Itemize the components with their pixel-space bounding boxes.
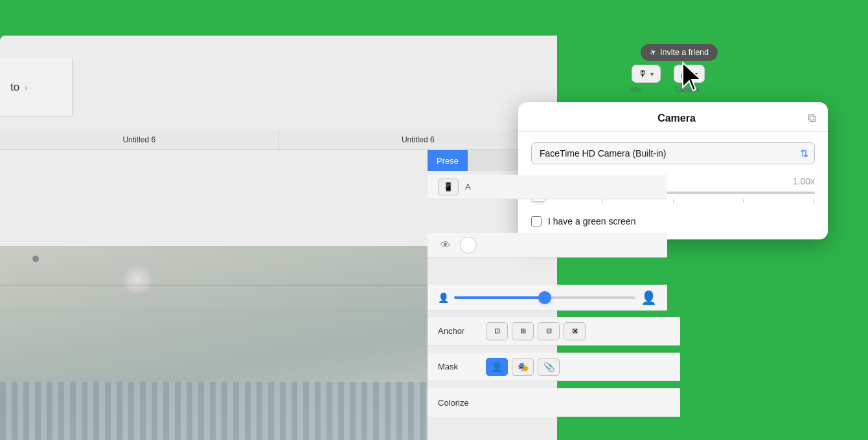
mask-icon-3[interactable]: 📎 (538, 358, 560, 376)
anchor-icon-3[interactable]: ⊟ (538, 322, 560, 340)
panel-row-1: 📱 A (428, 175, 667, 199)
presenter-button[interactable]: Prese (428, 150, 468, 171)
sidebar-nav: to › (0, 58, 73, 116)
camera-select[interactable]: FaceTime HD Camera (Built-in)Virtual Cam… (531, 142, 815, 164)
invite-label: Invite a friend (660, 48, 709, 57)
mic-control[interactable]: 🎙 ▾ (632, 65, 661, 83)
mic-dropdown-arrow: ▾ (650, 71, 654, 78)
anchor-row: Anchor ⊡ ⊞ ⊟ ⊠ (428, 317, 680, 346)
panel-eye-icon[interactable]: 👁 (438, 237, 453, 253)
colorize-row: Colorize (428, 388, 680, 417)
panel-icon-1[interactable]: 📱 (438, 179, 459, 195)
tab-bar: Untitled 6 Untitled 6 (0, 129, 557, 150)
popup-title: Camera (545, 113, 808, 124)
camera-popup: Camera ⧉ FaceTime HD Camera (Built-in)Vi… (518, 102, 828, 239)
zoom-value: 1.00x (793, 176, 815, 186)
sidebar-to-label: to (10, 81, 19, 94)
volume-slider-thumb[interactable] (538, 291, 551, 304)
green-screen-row: I have a green screen (531, 216, 815, 226)
anchor-icon-4[interactable]: ⊠ (564, 322, 586, 340)
volume-slider-track[interactable] (454, 296, 635, 299)
volume-slider-row: 👤 👤 (428, 285, 667, 311)
camera-dropdown-arrow: ▾ (694, 71, 698, 78)
tab-untitled6-right[interactable]: Untitled 6 (279, 129, 558, 149)
green-screen-label: I have a green screen (548, 216, 635, 226)
person-large-icon: 👤 (641, 290, 657, 305)
popup-copy-button[interactable]: ⧉ (808, 111, 816, 125)
anchor-icons: ⊡ ⊞ ⊟ ⊠ (486, 322, 586, 340)
person-small-icon: 👤 (438, 292, 449, 303)
camera-control[interactable]: 📷 ▾ (674, 65, 705, 83)
mask-row: Mask 👤 🎭 📎 (428, 353, 680, 381)
panel-toggle[interactable] (460, 237, 477, 254)
zoom-ticks (531, 199, 815, 203)
mask-icons: 👤 🎭 📎 (486, 358, 560, 376)
camera-select-wrapper: FaceTime HD Camera (Built-in)Virtual Cam… (531, 142, 815, 164)
green-screen-checkbox[interactable] (531, 216, 542, 226)
colorize-label: Colorize (438, 398, 477, 408)
mic-label: Mic (631, 85, 642, 93)
mask-icon-1-active[interactable]: 👤 (486, 358, 508, 376)
control-labels: Mic Camera (631, 85, 700, 93)
camera-label: Camera (674, 85, 700, 93)
invite-icon: ✈ (648, 47, 658, 58)
invite-button[interactable]: ✈ Invite a friend (641, 44, 718, 61)
mic-icon: 🎙 (639, 69, 648, 79)
panel-row-2: 👁 (428, 233, 667, 258)
anchor-label: Anchor (438, 326, 477, 336)
tab-untitled6-left[interactable]: Untitled 6 (0, 129, 279, 149)
camera-icon: 📷 (681, 69, 692, 79)
panel-text-1: A (465, 182, 471, 192)
mask-label: Mask (438, 362, 477, 371)
popup-header: Camera ⧉ (518, 102, 828, 132)
sidebar-arrow-icon[interactable]: › (25, 82, 28, 93)
mask-icon-2[interactable]: 🎭 (512, 358, 534, 376)
anchor-icon-1[interactable]: ⊡ (486, 322, 508, 340)
office-image (0, 246, 428, 440)
anchor-icon-2[interactable]: ⊞ (512, 322, 534, 340)
